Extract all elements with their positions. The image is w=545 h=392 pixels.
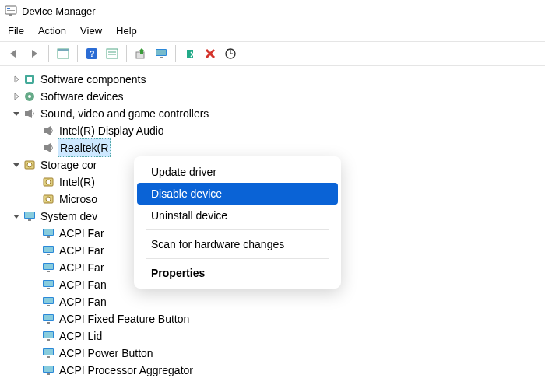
svg-rect-3	[7, 12, 12, 12]
svg-rect-52	[44, 315, 53, 320]
monitor-icon-button[interactable]	[152, 44, 171, 63]
enable-device-button[interactable]	[181, 44, 199, 63]
properties-pane-button[interactable]	[54, 44, 72, 63]
tree-item-label: ACPI Lid	[59, 327, 102, 345]
storage-icon	[23, 159, 36, 171]
tree-category-label: Software components	[40, 71, 146, 88]
svg-point-28	[27, 163, 32, 167]
menu-help[interactable]: Help	[116, 25, 137, 37]
svg-rect-21	[27, 77, 32, 82]
storage-icon	[42, 176, 54, 188]
tree-item-label: ACPI Far	[59, 259, 104, 276]
menu-file[interactable]: File	[8, 25, 24, 37]
svg-rect-26	[44, 145, 47, 150]
toolbar-divider	[126, 45, 127, 62]
tree-category-label: Sound, video and game controllers	[40, 105, 209, 122]
tree-item[interactable]: ACPI Lid	[30, 327, 545, 345]
svg-rect-46	[44, 281, 53, 286]
component-icon	[23, 73, 36, 86]
tree-item[interactable]: Realtek(R	[30, 139, 545, 156]
tree-item-label: Microso	[59, 191, 97, 208]
tree-item[interactable]: ACPI Processor Aggregator	[30, 362, 545, 379]
scan-hardware-button[interactable]	[221, 44, 240, 63]
help-button[interactable]: ?	[83, 44, 101, 63]
chevron-down-icon[interactable]	[11, 108, 22, 119]
speaker-icon	[42, 142, 54, 154]
properties-button[interactable]	[103, 44, 121, 63]
update-driver-button[interactable]	[132, 44, 150, 63]
context-menu-item[interactable]: Uninstall device	[137, 205, 338, 226]
context-menu: Update driverDisable deviceUninstall dev…	[134, 156, 341, 289]
chevron-right-icon[interactable]	[11, 74, 22, 85]
menubar: File Action View Help	[0, 22, 545, 41]
svg-rect-6	[58, 49, 69, 51]
svg-rect-49	[44, 298, 53, 303]
context-menu-item[interactable]: Properties	[137, 262, 338, 284]
system-icon	[42, 227, 54, 240]
spacer	[30, 365, 40, 376]
svg-rect-1	[7, 8, 10, 9]
svg-rect-59	[47, 356, 50, 358]
tree-category[interactable]: Software components	[11, 71, 545, 88]
svg-rect-9	[107, 49, 118, 58]
spacer	[30, 279, 40, 290]
speaker-icon	[23, 107, 36, 120]
chevron-right-icon[interactable]	[11, 91, 22, 102]
svg-rect-58	[44, 349, 53, 355]
window-title: Device Manager	[22, 5, 96, 17]
disable-device-button[interactable]	[201, 44, 220, 63]
svg-rect-15	[160, 57, 163, 58]
system-icon	[42, 330, 54, 342]
svg-rect-37	[44, 229, 53, 235]
svg-rect-55	[44, 332, 53, 338]
spacer	[30, 348, 40, 359]
svg-rect-40	[44, 247, 53, 252]
svg-rect-53	[47, 322, 50, 324]
spacer	[30, 331, 40, 341]
svg-rect-14	[156, 50, 166, 55]
tree-item[interactable]: ACPI Power Button	[30, 345, 545, 362]
spacer	[30, 262, 40, 273]
tree-item[interactable]: ACPI Fixed Feature Button	[30, 310, 545, 327]
system-icon	[42, 313, 54, 325]
menu-action[interactable]: Action	[38, 25, 66, 37]
svg-rect-62	[47, 373, 50, 375]
tree-item-label: ACPI Processor Aggregator	[59, 362, 193, 379]
context-menu-item[interactable]: Disable device	[137, 183, 338, 205]
tree-category[interactable]: Software devices	[11, 88, 545, 105]
context-menu-item[interactable]: Update driver	[137, 161, 338, 183]
spacer	[30, 125, 40, 136]
spacer	[30, 142, 40, 153]
tree-item[interactable]: Intel(R) Display Audio	[30, 122, 545, 139]
context-menu-item[interactable]: Scan for hardware changes	[137, 233, 338, 255]
svg-rect-43	[44, 264, 53, 269]
svg-rect-35	[28, 219, 31, 221]
titlebar: Device Manager	[0, 0, 545, 22]
svg-point-23	[28, 95, 31, 98]
tree-item-label: Realtek(R	[58, 138, 111, 157]
tree-category-label: Storage cor	[40, 156, 97, 173]
spacer	[30, 296, 40, 307]
svg-rect-44	[47, 271, 50, 272]
back-button[interactable]	[5, 44, 23, 63]
svg-rect-25	[44, 128, 47, 133]
tree-item-label: Intel(R)	[59, 173, 95, 191]
svg-rect-4	[9, 14, 12, 16]
toolbar-divider	[175, 45, 176, 62]
tree-item[interactable]: ACPI Fan	[30, 293, 545, 310]
tree-item-label: Intel(R) Display Audio	[59, 122, 164, 139]
chevron-down-icon[interactable]	[11, 159, 22, 170]
menu-view[interactable]: View	[80, 25, 102, 37]
svg-point-32	[46, 197, 51, 201]
svg-rect-47	[47, 288, 50, 289]
system-icon	[42, 244, 54, 257]
toolbar: ?	[0, 42, 545, 65]
tree-category[interactable]: Sound, video and game controllers	[11, 105, 545, 122]
speaker-icon	[42, 124, 54, 137]
tree-item-label: ACPI Far	[59, 242, 104, 259]
forward-button[interactable]	[25, 44, 44, 63]
tree-item-label: ACPI Power Button	[59, 345, 153, 362]
chevron-down-icon[interactable]	[11, 211, 22, 222]
svg-rect-38	[47, 236, 50, 238]
toolbar-divider	[77, 45, 78, 62]
